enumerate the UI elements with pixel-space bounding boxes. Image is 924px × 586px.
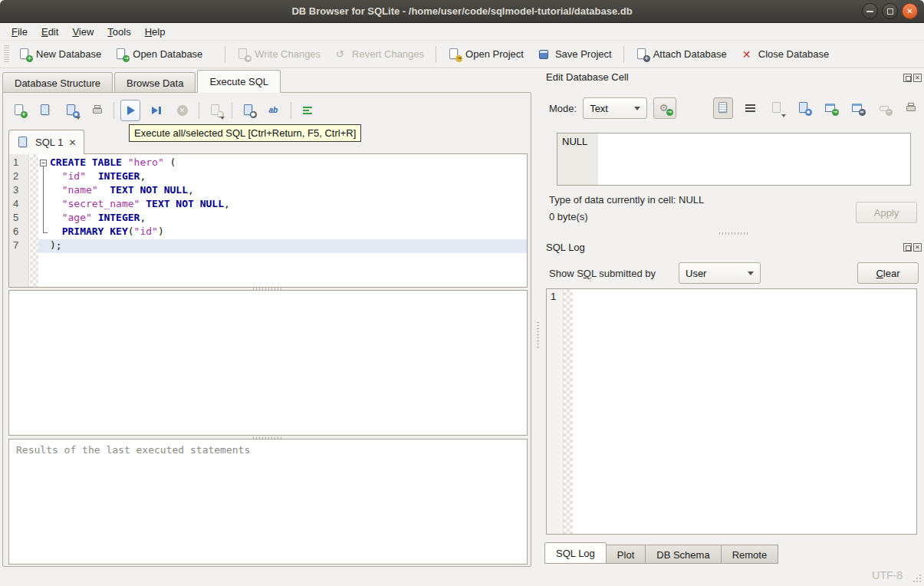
text-mode-button[interactable] [713, 97, 733, 119]
editor-lines: 1−CREATE TABLE "hero" (2 "id" INTEGER,3 … [9, 156, 527, 253]
chevron-down-icon [220, 117, 225, 120]
code-text: "id" INTEGER, [48, 170, 146, 184]
menu-edit[interactable]: Edit [35, 23, 65, 40]
new-database-button[interactable]: +New Database [12, 45, 108, 64]
db-write-icon: ▪ [237, 48, 250, 61]
window-title: DB Browser for SQLite - /home/user/code/… [291, 5, 632, 17]
dock-tab-sql-log[interactable]: SQL Log [544, 542, 607, 564]
open-sql-file-button[interactable] [35, 100, 55, 121]
tab-execute-sql[interactable]: Execute SQL [197, 70, 281, 93]
toolbar-separator [113, 102, 114, 119]
execute-tooltip: Execute all/selected SQL [Ctrl+Return, F… [129, 124, 361, 142]
log-content [573, 289, 916, 534]
sql-log-view[interactable]: 1 [546, 288, 917, 535]
tab-browse-data[interactable]: Browse Data [114, 72, 196, 93]
line-number: 2 [9, 170, 29, 184]
copy-cell-link-button[interactable]: ∞ [847, 97, 867, 119]
encoding-status: UTF-8 [872, 569, 903, 581]
export-to-file-button[interactable]: ▪ [794, 97, 814, 119]
app-window: DB Browser for SQLite - /home/user/code/… [0, 0, 924, 586]
toolbar-separator [436, 46, 436, 63]
set-null-button: − [874, 97, 894, 119]
cell-editor[interactable]: NULL [557, 133, 911, 186]
menu-view[interactable]: View [65, 23, 100, 40]
close-log-dock-icon[interactable] [913, 243, 922, 252]
save-results-button: ▦ [206, 100, 225, 121]
menu-tools[interactable]: Tools [100, 23, 137, 40]
format-sql-icon: ab [268, 104, 281, 117]
cell-type-info: Type of data currently in cell: NULL [549, 194, 704, 206]
save-results-icon: ▦ [209, 104, 222, 117]
db-attach-icon: + [636, 48, 649, 61]
menu-help[interactable]: Help [138, 23, 173, 40]
tab-database-structure[interactable]: Database Structure [2, 72, 113, 93]
toolbar-drag-handle[interactable] [4, 45, 9, 64]
apply-button: Apply [856, 202, 917, 223]
fold-marker [38, 212, 48, 226]
chevron-down-icon [634, 107, 640, 110]
line-margin [29, 212, 38, 226]
panel-resize-grip[interactable] [537, 322, 539, 348]
execute-current-line-icon [150, 104, 163, 117]
window-resize-grip[interactable] [912, 573, 921, 582]
clear-log-button[interactable]: Clear [857, 262, 919, 284]
close-database-button[interactable]: ✕Close Database [734, 45, 837, 64]
titlebar[interactable]: DB Browser for SQLite - /home/user/code/… [0, 0, 924, 23]
sql-editor-tab[interactable]: SQL 1 ✕ [8, 130, 84, 154]
find-replace-button[interactable]: ● [238, 100, 258, 121]
editor-line-2[interactable]: 2 "id" INTEGER, [9, 170, 527, 184]
cell-mode-controls: Mode: Text ⚙→ [549, 97, 676, 119]
execution-messages-pane[interactable]: Results of the last executed statements [8, 439, 528, 565]
editor-line-7[interactable]: 7); [9, 239, 527, 253]
sql-code-editor[interactable]: 1−CREATE TABLE "hero" (2 "id" INTEGER,3 … [8, 153, 528, 288]
apply-settings-button[interactable]: ⚙→ [653, 97, 676, 119]
word-wrap-cell-button[interactable] [740, 97, 760, 119]
close-dock-icon[interactable] [913, 74, 922, 82]
copy-cell-link-icon: ∞ [851, 102, 864, 114]
open-new-tab-button[interactable]: + [9, 100, 29, 121]
dock-splitter[interactable] [719, 232, 748, 235]
editor-line-5[interactable]: 5 "age" INTEGER, [9, 212, 527, 226]
log-filter-select[interactable]: User [679, 262, 761, 284]
editor-line-3[interactable]: 3 "name" TEXT NOT NULL, [9, 184, 527, 198]
code-text: "name" TEXT NOT NULL, [48, 184, 194, 198]
dock-tab-remote[interactable]: Remote [721, 545, 779, 564]
dock-tab-plot[interactable]: Plot [606, 545, 646, 564]
menu-file[interactable]: File [5, 23, 35, 40]
dock-tab-bar: SQL LogPlotDB SchemaRemote [544, 542, 778, 564]
cell-editor-area[interactable] [598, 133, 910, 185]
execute-all-button[interactable] [120, 100, 140, 121]
execute-current-line-button[interactable] [146, 100, 166, 121]
mode-select[interactable]: Text [583, 97, 647, 119]
attach-database-button[interactable]: +Attach Database [629, 45, 734, 64]
editor-line-4[interactable]: 4 "secret_name" TEXT NOT NULL, [9, 198, 527, 212]
fold-marker[interactable]: − [38, 156, 48, 170]
open-database-button[interactable]: →Open Database [108, 45, 220, 64]
open-in-external-app-button[interactable]: → [820, 97, 840, 119]
db-close-icon: ✕ [741, 48, 754, 61]
open-sql-file-icon [39, 104, 52, 117]
line-margin [29, 239, 38, 253]
sql-tab-label: SQL 1 [35, 137, 63, 148]
maximize-button[interactable] [882, 3, 898, 19]
save-project-button[interactable]: Save Project [531, 45, 619, 64]
close-tab-icon[interactable]: ✕ [68, 138, 76, 147]
save-sql-file-button[interactable]: ▪ [61, 100, 81, 121]
minimize-button[interactable] [862, 3, 878, 19]
word-wrap-button[interactable] [298, 100, 317, 121]
print-sql-button[interactable] [87, 100, 107, 121]
dock-tab-db-schema[interactable]: DB Schema [645, 545, 721, 564]
word-wrap-icon [301, 104, 314, 117]
toolbar-separator [199, 102, 199, 119]
print-cell-button[interactable] [901, 97, 921, 119]
close-button[interactable]: ✕ [902, 3, 918, 19]
query-results-grid[interactable] [8, 290, 528, 436]
line-margin [29, 198, 38, 212]
float-log-dock-icon[interactable] [903, 243, 912, 252]
editor-line-6[interactable]: 6 PRIMARY KEY("id") [9, 226, 527, 239]
format-sql-button[interactable]: ab [265, 100, 284, 121]
editor-line-1[interactable]: 1−CREATE TABLE "hero" ( [9, 156, 527, 170]
open-in-external-app-icon: → [824, 102, 837, 114]
float-dock-icon[interactable] [903, 74, 912, 82]
open-project-button[interactable]: →Open Project [441, 45, 531, 64]
